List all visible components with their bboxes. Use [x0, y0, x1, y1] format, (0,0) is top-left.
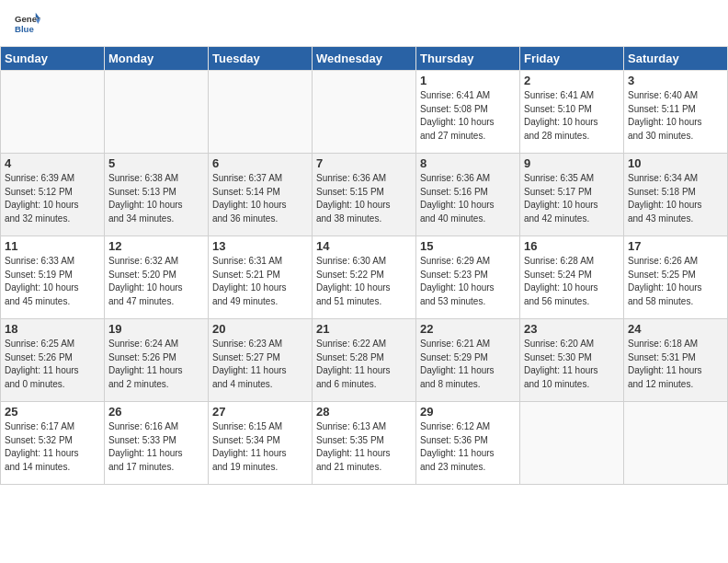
day-number: 12: [108, 239, 204, 253]
calendar-cell: 29Sunrise: 6:12 AM Sunset: 5:36 PM Dayli…: [416, 402, 520, 485]
day-number: 1: [420, 74, 516, 87]
day-info: Sunrise: 6:41 AM Sunset: 5:08 PM Dayligh…: [420, 89, 516, 143]
day-number: 15: [420, 239, 516, 253]
logo: General Blue: [15, 11, 40, 37]
calendar-cell: 9Sunrise: 6:35 AM Sunset: 5:17 PM Daylig…: [520, 154, 624, 236]
day-info: Sunrise: 6:31 AM Sunset: 5:21 PM Dayligh…: [212, 255, 308, 308]
day-info: Sunrise: 6:36 AM Sunset: 5:15 PM Dayligh…: [316, 172, 412, 225]
day-number: 22: [420, 322, 516, 336]
calendar-cell: [209, 71, 313, 154]
calendar-cell: [624, 402, 728, 485]
day-info: Sunrise: 6:30 AM Sunset: 5:22 PM Dayligh…: [316, 255, 412, 308]
day-number: 10: [628, 156, 723, 170]
day-number: 21: [316, 322, 412, 336]
day-info: Sunrise: 6:29 AM Sunset: 5:23 PM Dayligh…: [420, 255, 516, 308]
calendar-cell: 4Sunrise: 6:39 AM Sunset: 5:12 PM Daylig…: [1, 154, 105, 236]
day-info: Sunrise: 6:38 AM Sunset: 5:13 PM Dayligh…: [108, 172, 204, 225]
day-number: 23: [524, 322, 620, 336]
calendar-cell: 21Sunrise: 6:22 AM Sunset: 5:28 PM Dayli…: [313, 319, 416, 402]
weekday-header-row: SundayMondayTuesdayWednesdayThursdayFrid…: [1, 47, 728, 71]
day-number: 26: [108, 405, 204, 419]
day-number: 8: [420, 156, 516, 170]
calendar-cell: 12Sunrise: 6:32 AM Sunset: 5:20 PM Dayli…: [105, 236, 209, 319]
day-info: Sunrise: 6:20 AM Sunset: 5:30 PM Dayligh…: [524, 338, 620, 391]
calendar-cell: 2Sunrise: 6:41 AM Sunset: 5:10 PM Daylig…: [520, 71, 624, 154]
calendar-week-5: 25Sunrise: 6:17 AM Sunset: 5:32 PM Dayli…: [1, 402, 728, 485]
day-info: Sunrise: 6:21 AM Sunset: 5:29 PM Dayligh…: [420, 338, 516, 391]
day-info: Sunrise: 6:18 AM Sunset: 5:31 PM Dayligh…: [628, 338, 723, 391]
day-info: Sunrise: 6:33 AM Sunset: 5:19 PM Dayligh…: [5, 255, 100, 308]
day-info: Sunrise: 6:34 AM Sunset: 5:18 PM Dayligh…: [628, 172, 723, 225]
day-info: Sunrise: 6:37 AM Sunset: 5:14 PM Dayligh…: [212, 172, 308, 225]
day-info: Sunrise: 6:41 AM Sunset: 5:10 PM Dayligh…: [524, 89, 620, 143]
calendar-cell: 20Sunrise: 6:23 AM Sunset: 5:27 PM Dayli…: [209, 319, 313, 402]
calendar-cell: 27Sunrise: 6:15 AM Sunset: 5:34 PM Dayli…: [209, 402, 313, 485]
calendar-week-4: 18Sunrise: 6:25 AM Sunset: 5:26 PM Dayli…: [1, 319, 728, 402]
calendar-cell: 10Sunrise: 6:34 AM Sunset: 5:18 PM Dayli…: [624, 154, 728, 236]
day-info: Sunrise: 6:36 AM Sunset: 5:16 PM Dayligh…: [420, 172, 516, 225]
calendar-cell: 8Sunrise: 6:36 AM Sunset: 5:16 PM Daylig…: [416, 154, 520, 236]
calendar-week-3: 11Sunrise: 6:33 AM Sunset: 5:19 PM Dayli…: [1, 236, 728, 319]
logo-icon: General Blue: [15, 11, 40, 37]
day-number: 29: [420, 405, 516, 419]
calendar-cell: 26Sunrise: 6:16 AM Sunset: 5:33 PM Dayli…: [105, 402, 209, 485]
calendar-cell: 28Sunrise: 6:13 AM Sunset: 5:35 PM Dayli…: [313, 402, 416, 485]
calendar-cell: 23Sunrise: 6:20 AM Sunset: 5:30 PM Dayli…: [520, 319, 624, 402]
weekday-header-monday: Monday: [105, 47, 209, 71]
weekday-header-thursday: Thursday: [416, 47, 520, 71]
calendar-cell: [105, 71, 209, 154]
day-info: Sunrise: 6:28 AM Sunset: 5:24 PM Dayligh…: [524, 255, 620, 308]
calendar-cell: 17Sunrise: 6:26 AM Sunset: 5:25 PM Dayli…: [624, 236, 728, 319]
day-number: 20: [212, 322, 308, 336]
day-number: 3: [628, 74, 723, 87]
day-info: Sunrise: 6:32 AM Sunset: 5:20 PM Dayligh…: [108, 255, 204, 308]
calendar-cell: 3Sunrise: 6:40 AM Sunset: 5:11 PM Daylig…: [624, 71, 728, 154]
day-number: 6: [212, 156, 308, 170]
day-number: 14: [316, 239, 412, 253]
weekday-header-saturday: Saturday: [624, 47, 728, 71]
calendar-cell: 5Sunrise: 6:38 AM Sunset: 5:13 PM Daylig…: [105, 154, 209, 236]
calendar-cell: 15Sunrise: 6:29 AM Sunset: 5:23 PM Dayli…: [416, 236, 520, 319]
day-number: 9: [524, 156, 620, 170]
day-number: 4: [5, 156, 100, 170]
calendar-cell: 25Sunrise: 6:17 AM Sunset: 5:32 PM Dayli…: [1, 402, 105, 485]
day-number: 5: [108, 156, 204, 170]
calendar-cell: 1Sunrise: 6:41 AM Sunset: 5:08 PM Daylig…: [416, 71, 520, 154]
day-info: Sunrise: 6:25 AM Sunset: 5:26 PM Dayligh…: [5, 338, 100, 391]
day-info: Sunrise: 6:17 AM Sunset: 5:32 PM Dayligh…: [5, 420, 100, 474]
weekday-header-sunday: Sunday: [1, 47, 105, 71]
weekday-header-wednesday: Wednesday: [313, 47, 416, 71]
weekday-header-friday: Friday: [520, 47, 624, 71]
day-number: 28: [316, 405, 412, 419]
calendar-table: SundayMondayTuesdayWednesdayThursdayFrid…: [0, 46, 728, 485]
calendar-cell: [313, 71, 416, 154]
day-number: 19: [108, 322, 204, 336]
day-info: Sunrise: 6:24 AM Sunset: 5:26 PM Dayligh…: [108, 338, 204, 391]
calendar-cell: 6Sunrise: 6:37 AM Sunset: 5:14 PM Daylig…: [209, 154, 313, 236]
calendar-week-2: 4Sunrise: 6:39 AM Sunset: 5:12 PM Daylig…: [1, 154, 728, 236]
day-info: Sunrise: 6:26 AM Sunset: 5:25 PM Dayligh…: [628, 255, 723, 308]
day-info: Sunrise: 6:40 AM Sunset: 5:11 PM Dayligh…: [628, 89, 723, 143]
calendar-cell: 13Sunrise: 6:31 AM Sunset: 5:21 PM Dayli…: [209, 236, 313, 319]
calendar-cell: 19Sunrise: 6:24 AM Sunset: 5:26 PM Dayli…: [105, 319, 209, 402]
day-info: Sunrise: 6:39 AM Sunset: 5:12 PM Dayligh…: [5, 172, 100, 225]
svg-text:Blue: Blue: [15, 24, 34, 34]
calendar-cell: 18Sunrise: 6:25 AM Sunset: 5:26 PM Dayli…: [1, 319, 105, 402]
calendar-cell: 11Sunrise: 6:33 AM Sunset: 5:19 PM Dayli…: [1, 236, 105, 319]
day-info: Sunrise: 6:13 AM Sunset: 5:35 PM Dayligh…: [316, 420, 412, 474]
day-number: 16: [524, 239, 620, 253]
weekday-header-tuesday: Tuesday: [209, 47, 313, 71]
day-number: 2: [524, 74, 620, 87]
calendar-cell: 16Sunrise: 6:28 AM Sunset: 5:24 PM Dayli…: [520, 236, 624, 319]
calendar-cell: 7Sunrise: 6:36 AM Sunset: 5:15 PM Daylig…: [313, 154, 416, 236]
day-number: 27: [212, 405, 308, 419]
day-number: 13: [212, 239, 308, 253]
calendar-cell: [520, 402, 624, 485]
day-info: Sunrise: 6:15 AM Sunset: 5:34 PM Dayligh…: [212, 420, 308, 474]
day-info: Sunrise: 6:23 AM Sunset: 5:27 PM Dayligh…: [212, 338, 308, 391]
day-number: 11: [5, 239, 100, 253]
calendar-cell: 14Sunrise: 6:30 AM Sunset: 5:22 PM Dayli…: [313, 236, 416, 319]
calendar-cell: 22Sunrise: 6:21 AM Sunset: 5:29 PM Dayli…: [416, 319, 520, 402]
calendar-cell: 24Sunrise: 6:18 AM Sunset: 5:31 PM Dayli…: [624, 319, 728, 402]
day-number: 24: [628, 322, 723, 336]
